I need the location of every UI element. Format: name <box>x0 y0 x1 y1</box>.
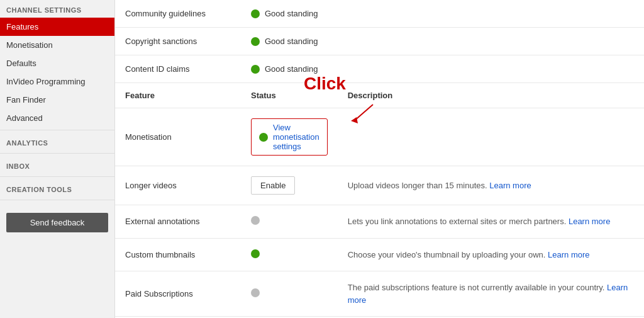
content-id-claims-status: Good standing <box>251 64 634 74</box>
sidebar-divider-2 <box>0 153 114 154</box>
custom-thumbnails-learn-more[interactable]: Learn more <box>548 250 589 259</box>
channel-settings-header: CHANNEL SETTINGS <box>0 0 114 18</box>
sidebar-item-monetisation[interactable]: Monetisation <box>0 36 114 54</box>
monetisation-box[interactable]: View monetisation settings <box>251 118 328 156</box>
feature-row-longer-videos: Longer videos Enable Upload videos longe… <box>115 166 644 205</box>
monetisation-desc <box>338 108 644 166</box>
feature-row-monetisation: Monetisation Click View monetisation set… <box>115 108 644 166</box>
monetisation-status-cell: Click View monetisation settings <box>241 108 338 166</box>
external-annotations-feature-name: External annotations <box>115 205 241 239</box>
community-guidelines-label: Community guidelines <box>115 0 241 28</box>
external-annotations-status-cell <box>241 205 338 239</box>
monetisation-feature-name: Monetisation <box>115 108 241 166</box>
copyright-sanctions-status-text: Good standing <box>265 37 318 46</box>
custom-thumbnails-dot <box>251 249 260 258</box>
view-monetisation-link[interactable]: View monetisation settings <box>273 123 319 151</box>
external-annotations-desc-text: Lets you link annotations to external si… <box>348 217 567 226</box>
sidebar-item-invideo[interactable]: InVideo Programming <box>0 72 114 91</box>
community-guidelines-dot <box>251 9 260 18</box>
custom-thumbnails-status-cell <box>241 238 338 271</box>
external-annotations-desc: Lets you link annotations to external si… <box>338 205 644 239</box>
paid-subscriptions-desc-text: The paid subscriptions feature is not cu… <box>348 283 605 292</box>
analytics-header: ANALYTICS <box>0 133 114 150</box>
sidebar-item-features[interactable]: Features <box>0 18 114 36</box>
custom-thumbnails-feature-name: Custom thumbnails <box>115 238 241 271</box>
feature-row-external-annotations: External annotations Lets you link annot… <box>115 205 644 239</box>
longer-videos-feature-name: Longer videos <box>115 166 241 205</box>
sidebar-divider-4 <box>0 200 114 200</box>
sidebar-item-defaults[interactable]: Defaults <box>0 54 114 72</box>
longer-videos-status-cell: Enable <box>241 166 338 205</box>
features-table: Feature Status Description Monetisation … <box>115 83 644 317</box>
community-guidelines-status: Good standing <box>251 9 634 18</box>
content-id-claims-status-text: Good standing <box>265 64 318 74</box>
standing-table: Community guidelines Good standing Copyr… <box>115 0 644 83</box>
svg-line-0 <box>354 105 373 121</box>
custom-thumbnails-desc-text: Choose your video's thumbnail by uploadi… <box>348 250 546 259</box>
feature-col-header: Feature <box>115 83 241 108</box>
main-content: Community guidelines Good standing Copyr… <box>115 0 644 318</box>
paid-subscriptions-dot <box>251 288 260 297</box>
community-guidelines-status-text: Good standing <box>265 9 318 18</box>
feature-row-paid-subscriptions: Paid Subscriptions The paid subscription… <box>115 271 644 317</box>
enable-longer-videos-button[interactable]: Enable <box>251 176 295 195</box>
longer-videos-desc: Upload videos longer than 15 minutes. Le… <box>338 166 644 205</box>
sidebar-divider-1 <box>0 130 114 130</box>
sidebar-item-fan-finder[interactable]: Fan Finder <box>0 91 114 109</box>
longer-videos-desc-text: Upload videos longer than 15 minutes. <box>348 181 487 190</box>
inbox-header: INBOX <box>0 156 114 174</box>
content-id-claims-dot <box>251 65 260 74</box>
paid-subscriptions-status-cell <box>241 271 338 317</box>
paid-subscriptions-feature-name: Paid Subscriptions <box>115 271 241 317</box>
custom-thumbnails-desc: Choose your video's thumbnail by uploadi… <box>338 238 644 271</box>
sidebar-item-advanced[interactable]: Advanced <box>0 109 114 127</box>
standing-row-content-id: Content ID claims Good standing <box>115 55 644 83</box>
click-arrow-svg <box>348 103 379 122</box>
send-feedback-button[interactable]: Send feedback <box>6 213 108 232</box>
copyright-sanctions-status: Good standing <box>251 37 634 46</box>
sidebar: CHANNEL SETTINGS Features Monetisation D… <box>0 0 115 318</box>
feature-row-custom-thumbnails: Custom thumbnails Choose your video's th… <box>115 238 644 271</box>
standing-row-copyright: Copyright sanctions Good standing <box>115 28 644 55</box>
creation-tools-header: CREATION TOOLS <box>0 179 114 197</box>
monetisation-dot <box>259 133 268 142</box>
copyright-sanctions-dot <box>251 37 260 46</box>
sidebar-divider-3 <box>0 176 114 177</box>
features-header-row: Feature Status Description <box>115 83 644 108</box>
copyright-sanctions-label: Copyright sanctions <box>115 28 241 55</box>
longer-videos-learn-more[interactable]: Learn more <box>489 181 531 190</box>
paid-subscriptions-desc: The paid subscriptions feature is not cu… <box>338 271 644 317</box>
external-annotations-learn-more[interactable]: Learn more <box>569 217 610 226</box>
status-col-header: Status <box>241 83 338 108</box>
desc-col-header: Description <box>338 83 644 108</box>
content-id-claims-label: Content ID claims <box>115 55 241 83</box>
external-annotations-dot <box>251 216 260 225</box>
standing-row-community: Community guidelines Good standing <box>115 0 644 28</box>
